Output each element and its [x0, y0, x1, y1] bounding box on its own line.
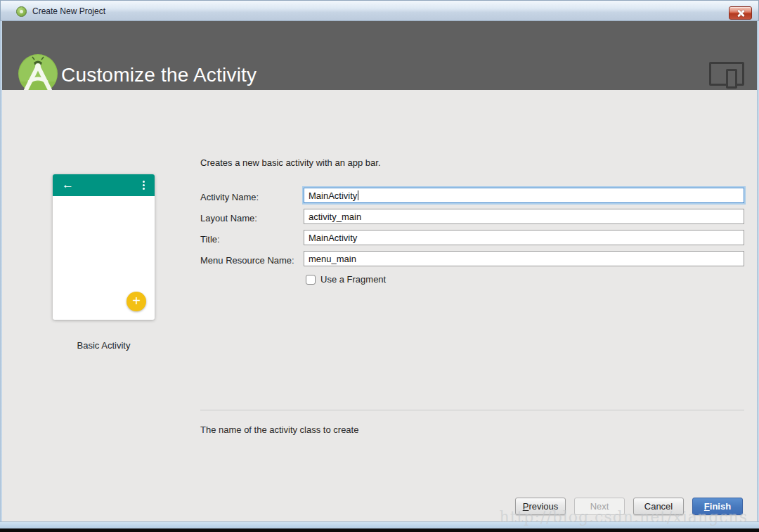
close-button[interactable] — [729, 6, 752, 20]
fab-add-icon: + — [126, 292, 146, 311]
titlebar[interactable]: Create New Project — [0, 0, 759, 21]
layout-name-value: activity_main — [309, 212, 361, 222]
cancel-button[interactable]: Cancel — [633, 498, 684, 515]
next-button[interactable]: Next — [574, 498, 625, 515]
close-icon — [737, 10, 744, 17]
template-description: Creates a new basic activity with an app… — [200, 157, 381, 168]
use-fragment-row: Use a Fragment — [306, 274, 386, 285]
menu-resource-name-input[interactable]: menu_main — [304, 251, 744, 266]
android-studio-app-icon — [16, 6, 27, 17]
finish-button[interactable]: Finish — [692, 498, 743, 515]
overflow-menu-icon — [143, 181, 145, 183]
android-studio-logo-icon — [18, 53, 58, 94]
phone-outline-icon — [726, 69, 737, 89]
activity-name-input[interactable]: MainActivity — [304, 188, 744, 203]
menu-resource-name-label: Menu Resource Name: — [200, 255, 294, 266]
activity-name-value: MainActivity — [309, 190, 357, 201]
template-name-label: Basic Activity — [53, 340, 155, 351]
template-preview-card[interactable]: ← + — [53, 174, 155, 320]
back-arrow-icon: ← — [62, 178, 74, 192]
device-form-factor-icon — [709, 62, 744, 90]
section-divider — [200, 410, 744, 410]
wizard-header: Customize the Activity — [2, 21, 757, 90]
title-input[interactable]: MainActivity — [304, 230, 744, 245]
field-hint-text: The name of the activity class to create — [200, 424, 358, 435]
text-caret — [358, 190, 358, 200]
title-value: MainActivity — [309, 233, 357, 243]
use-fragment-checkbox[interactable] — [306, 275, 316, 285]
screen-edge — [0, 528, 759, 532]
layout-name-label: Layout Name: — [200, 213, 257, 223]
window-title: Create New Project — [32, 6, 105, 16]
title-label: Title: — [200, 234, 220, 245]
menu-resource-name-value: menu_main — [309, 254, 356, 264]
dialog-window: Create New Project Customize the Activit… — [0, 0, 759, 532]
use-fragment-label: Use a Fragment — [320, 274, 386, 285]
page-title: Customize the Activity — [61, 64, 257, 86]
preview-appbar: ← — [53, 174, 155, 196]
activity-name-label: Activity Name: — [200, 192, 259, 202]
previous-button[interactable]: Previous — [515, 498, 566, 515]
window-border-bottom — [0, 521, 759, 528]
layout-name-input[interactable]: activity_main — [304, 209, 744, 224]
